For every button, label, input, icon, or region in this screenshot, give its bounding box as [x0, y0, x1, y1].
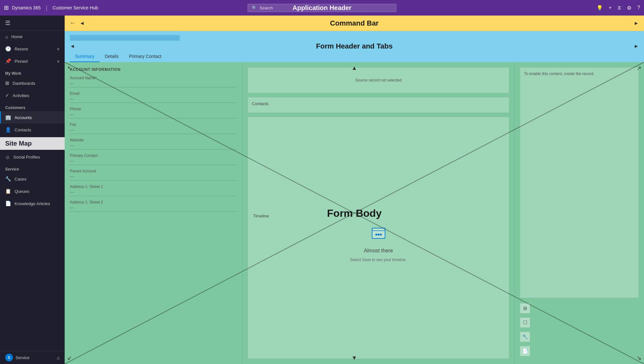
tab-details[interactable]: Details — [100, 51, 124, 62]
app-name-label: Dynamics 365 — [12, 5, 41, 10]
contacts-panel-title: Contacts — [252, 101, 505, 106]
search-icon: 🔍 — [252, 6, 257, 10]
field-value-account-name[interactable]: --- — [70, 81, 74, 86]
sidebar-item-pinned[interactable]: 📌 Pinned ∨ — [0, 55, 65, 67]
field-value-email[interactable]: --- — [70, 96, 74, 101]
main-layout: ☰ ⌂ Home 🕐 Recent ∨ 📌 Pinned ∨ My Work ⊞… — [0, 16, 644, 364]
action-btn-grid[interactable]: ⊞ — [520, 303, 530, 314]
queues-icon: 📋 — [5, 188, 11, 194]
field-value-parent-account[interactable]: --- — [70, 174, 74, 179]
field-label-address1-street1: Address 1: Street 1 — [70, 184, 237, 189]
right-enable-panel: To enable this content, create the recor… — [520, 67, 639, 298]
search-placeholder: Search — [260, 6, 273, 10]
service-section: Service — [0, 163, 65, 173]
form-tabs: Summary Details Primary Contact — [70, 51, 639, 62]
hamburger-button[interactable]: ☰ — [0, 16, 65, 31]
site-map-label: Site Map — [0, 137, 65, 150]
filter-icon[interactable]: ⧖ — [617, 5, 621, 11]
sidebar-item-accounts-label: Accounts — [15, 115, 32, 120]
social-icon: ☺ — [5, 154, 10, 160]
contacts-icon: 👤 — [5, 127, 11, 133]
sidebar-bottom-label: Service — [16, 355, 29, 360]
module-name: Customer Service Hub — [52, 5, 98, 10]
sidebar-item-dashboards-label: Dashboards — [13, 81, 35, 86]
source-record-message: Source record not selected — [252, 72, 505, 89]
app-header: ⊞ Dynamics 365 | Customer Service Hub 🔍 … — [0, 0, 644, 16]
form-header: ◄ Form Header and Tabs ► Summary Details… — [65, 31, 644, 62]
field-value-fax[interactable]: --- — [70, 127, 74, 132]
action-btn-wrench[interactable]: 🔧 — [520, 332, 530, 342]
svg-point-4 — [375, 234, 377, 236]
cmd-arrow-left: ◄ — [80, 20, 85, 26]
customers-section: Customers — [0, 102, 65, 111]
sidebar-item-home[interactable]: ⌂ Home — [0, 31, 65, 43]
field-address1-street1: Address 1: Street 1 --- — [70, 184, 237, 196]
field-website: Website --- — [70, 138, 237, 149]
sidebar-item-knowledge-label: Knowledge Articles — [15, 201, 50, 206]
add-icon[interactable]: + — [609, 5, 612, 11]
brand: ⊞ Dynamics 365 — [4, 4, 41, 11]
sidebar-item-recent[interactable]: 🕐 Recent ∨ — [0, 43, 65, 55]
lightbulb-icon[interactable]: 💡 — [596, 5, 603, 11]
sidebar-item-social-profiles[interactable]: ☺ Social Profiles — [0, 151, 65, 163]
corner-arrow-bl: ↙ — [67, 354, 72, 361]
pinned-icon: 📌 — [5, 58, 11, 64]
field-address1-street2: Address 1: Street 2 --- — [70, 200, 237, 212]
field-label-email: Email — [70, 91, 237, 96]
sidebar-item-activities[interactable]: ✓ Activities — [0, 89, 65, 102]
action-btn-document[interactable]: 📄 — [520, 346, 530, 356]
record-name-bar — [70, 35, 180, 41]
search-bar[interactable]: 🔍 Search — [248, 4, 396, 12]
sidebar-item-cases-label: Cases — [15, 177, 27, 182]
top-arrow: ▲ — [351, 65, 357, 72]
activities-icon: ✓ — [5, 93, 9, 98]
content-area: ← ◄ Command Bar ► ◄ Form Header and Tabs… — [65, 16, 644, 364]
field-value-primary-contact[interactable]: --- — [70, 159, 74, 163]
svg-point-6 — [380, 234, 382, 236]
header-actions: 💡 + ⧖ ⚙ ? — [596, 5, 640, 11]
knowledge-icon: 📄 — [5, 201, 11, 206]
sidebar-item-queues[interactable]: 📋 Queues — [0, 185, 65, 197]
field-account-name: Account Name* --- — [70, 76, 237, 87]
sidebar-item-accounts[interactable]: 🏢 Accounts — [0, 111, 65, 124]
dashboards-icon: ⊞ — [5, 80, 9, 86]
contacts-panel: Contacts — [248, 97, 509, 113]
sidebar-item-cases[interactable]: 🔧 Cases — [0, 173, 65, 185]
field-label-phone: Phone — [70, 107, 237, 111]
command-bar: ← ◄ Command Bar ► — [65, 16, 644, 31]
sidebar: ☰ ⌂ Home 🕐 Recent ∨ 📌 Pinned ∨ My Work ⊞… — [0, 16, 65, 364]
cmd-arrow-right: ► — [634, 20, 639, 26]
form-header-title: Form Header and Tabs — [316, 42, 393, 50]
enable-content-message: To enable this content, create the recor… — [524, 72, 594, 76]
action-btn-window[interactable]: ☐ — [520, 317, 530, 328]
form-header-arrow-right: ► — [634, 43, 639, 49]
field-value-address1-street2[interactable]: --- — [70, 205, 74, 210]
sidebar-bottom[interactable]: S Service △ — [0, 351, 65, 364]
field-label-website: Website — [70, 138, 237, 142]
tab-summary[interactable]: Summary — [70, 51, 100, 62]
field-parent-account: Parent Account --- — [70, 169, 237, 181]
sidebar-item-contacts[interactable]: 👤 Contacts — [0, 124, 65, 136]
sidebar-item-queues-label: Queues — [15, 189, 29, 194]
field-phone: Phone --- — [70, 107, 237, 118]
timeline-icon — [370, 225, 387, 244]
sidebar-item-knowledge-articles[interactable]: 📄 Knowledge Articles — [0, 197, 65, 210]
back-button[interactable]: ← — [70, 20, 76, 27]
recent-chevron-icon: ∨ — [57, 47, 59, 51]
waffle-icon[interactable]: ⊞ — [4, 4, 9, 11]
tab-primary-contact[interactable]: Primary Contact — [124, 51, 166, 62]
header-separator: | — [46, 5, 48, 11]
field-email: Email --- — [70, 91, 237, 103]
sidebar-item-social-label: Social Profiles — [13, 155, 40, 160]
sidebar-item-home-label: Home — [11, 34, 23, 39]
field-value-phone[interactable]: --- — [70, 112, 74, 117]
field-label-address1-street2: Address 1: Street 2 — [70, 200, 237, 204]
field-value-address1-street1[interactable]: --- — [70, 190, 74, 194]
settings-icon[interactable]: ⚙ — [627, 5, 631, 11]
field-value-website[interactable]: --- — [70, 143, 74, 148]
svg-rect-2 — [372, 228, 385, 238]
sidebar-item-dashboards[interactable]: ⊞ Dashboards — [0, 77, 65, 89]
form-body: ↖ ↗ ↙ ↘ ▲ ▼ Form Body ACCOUNT INFORMATIO… — [65, 62, 644, 364]
field-label-primary-contact: Primary Contact — [70, 153, 237, 158]
help-icon[interactable]: ? — [637, 5, 640, 11]
